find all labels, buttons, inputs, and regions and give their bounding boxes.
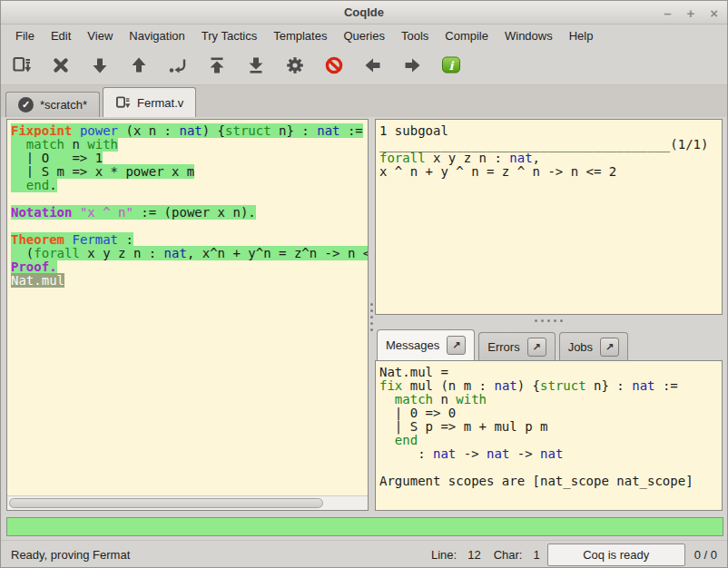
tab-scratch[interactable]: ✓ *scratch* bbox=[5, 92, 100, 117]
forward-icon bbox=[402, 55, 422, 75]
vertical-splitter[interactable] bbox=[369, 117, 375, 516]
go-to-start-icon bbox=[207, 55, 227, 75]
code-line: Theorem Fermat : bbox=[11, 233, 364, 247]
menu-queries[interactable]: Queries bbox=[335, 26, 393, 45]
progress-bar bbox=[6, 517, 723, 536]
scrollbar-thumb[interactable] bbox=[9, 498, 323, 508]
code-line: (forall x y z n : nat, x^n + y^n = z^n -… bbox=[11, 247, 364, 260]
code-line: match n with bbox=[379, 393, 718, 406]
tab-jobs[interactable]: Jobs ↗ bbox=[559, 332, 628, 360]
save-icon bbox=[12, 55, 32, 75]
menu-view[interactable]: View bbox=[79, 26, 121, 45]
messages-view: Nat.mul =fix mul (n m : nat) {struct n} … bbox=[375, 360, 723, 511]
coq-state-indicator: Coq is ready bbox=[547, 544, 685, 566]
code-line: | S m => x * power x m bbox=[11, 165, 364, 179]
editor-horizontal-scrollbar[interactable] bbox=[7, 495, 368, 510]
go-to-start-button[interactable] bbox=[203, 52, 231, 79]
code-line: Notation "x ^ n" := (power x n). bbox=[11, 206, 364, 220]
code-line: forall x y z n : nat, bbox=[379, 152, 718, 165]
goals-view: 1 subgoal_______________________________… bbox=[375, 119, 723, 315]
code-line bbox=[11, 192, 364, 206]
menu-file[interactable]: File bbox=[7, 26, 43, 45]
step-backward-icon bbox=[129, 55, 149, 75]
menu-navigation[interactable]: Navigation bbox=[121, 26, 192, 45]
detach-icon: ↗ bbox=[533, 341, 541, 353]
code-line: Argument scopes are [nat_scope nat_scope… bbox=[379, 475, 718, 488]
code-line: Fixpoint power (x n : nat) {struct n} : … bbox=[11, 124, 364, 138]
script-editor-panel: Fixpoint power (x n : nat) {struct n} : … bbox=[6, 119, 369, 511]
go-to-end-icon bbox=[246, 55, 266, 75]
about-info-icon: i bbox=[441, 55, 461, 75]
line-label: Line: bbox=[431, 548, 457, 562]
step-forward-button[interactable] bbox=[86, 52, 113, 79]
go-to-end-button[interactable] bbox=[242, 52, 270, 79]
save-icon bbox=[115, 95, 131, 111]
message-tabbar: Messages ↗ Errors ↗ Jobs ↗ bbox=[375, 326, 723, 360]
tab-jobs-label: Jobs bbox=[568, 340, 593, 354]
code-line: | 0 => 0 bbox=[379, 406, 718, 420]
horizontal-splitter[interactable] bbox=[375, 315, 723, 326]
preferences-gear-icon bbox=[285, 55, 305, 75]
step-forward-icon bbox=[90, 55, 110, 75]
menu-try-tactics[interactable]: Try Tactics bbox=[193, 26, 265, 45]
code-line: fix mul (n m : nat) {struct n} : nat := bbox=[379, 379, 718, 393]
coqide-window: CoqIde – + × FileEditViewNavigationTry T… bbox=[0, 0, 728, 568]
menu-help[interactable]: Help bbox=[561, 26, 602, 45]
toolbar: i bbox=[1, 46, 727, 84]
code-line: x ^ n + y ^ n = z ^ n -> n <= 2 bbox=[379, 165, 718, 179]
detach-messages-button[interactable]: ↗ bbox=[447, 336, 466, 355]
menu-tools[interactable]: Tools bbox=[393, 26, 437, 45]
minimize-button[interactable]: – bbox=[664, 6, 671, 20]
code-line: | O => 1 bbox=[11, 152, 364, 165]
back-button[interactable] bbox=[359, 52, 387, 79]
detach-icon: ↗ bbox=[452, 339, 460, 351]
menu-templates[interactable]: Templates bbox=[265, 26, 335, 45]
tab-messages-label: Messages bbox=[386, 338, 439, 352]
task-counter: 0 / 0 bbox=[694, 548, 717, 562]
menu-compile[interactable]: Compile bbox=[437, 26, 497, 45]
step-backward-button[interactable] bbox=[125, 52, 152, 79]
tab-messages[interactable]: Messages ↗ bbox=[377, 329, 475, 360]
code-line: : nat -> nat -> nat bbox=[379, 447, 718, 461]
menu-windows[interactable]: Windows bbox=[497, 26, 561, 45]
go-to-cursor-button[interactable] bbox=[164, 52, 192, 79]
code-line: ______________________________________(1… bbox=[379, 138, 718, 152]
stop-icon bbox=[51, 55, 71, 75]
code-line: Nat.mul bbox=[11, 274, 364, 288]
tab-errors[interactable]: Errors ↗ bbox=[478, 332, 555, 360]
go-to-cursor-icon bbox=[168, 55, 188, 75]
check-icon: ✓ bbox=[18, 97, 34, 113]
maximize-button[interactable]: + bbox=[686, 6, 694, 20]
window-controls: – + × bbox=[664, 1, 718, 24]
line-value: 12 bbox=[467, 548, 480, 562]
stop-button[interactable] bbox=[47, 52, 74, 79]
close-button[interactable]: × bbox=[710, 6, 718, 20]
titlebar[interactable]: CoqIde – + × bbox=[1, 1, 727, 24]
detach-jobs-button[interactable]: ↗ bbox=[600, 338, 619, 357]
code-line: end. bbox=[11, 179, 364, 192]
tab-fermat[interactable]: Fermat.v bbox=[103, 87, 196, 117]
save-button[interactable] bbox=[8, 52, 35, 79]
status-message: Ready, proving Fermat bbox=[11, 548, 418, 562]
code-line bbox=[379, 461, 718, 475]
status-right-cluster: Line: 12 Char: 1 Coq is ready 0 / 0 bbox=[418, 544, 717, 566]
detach-errors-button[interactable]: ↗ bbox=[527, 338, 546, 357]
preferences-button[interactable] bbox=[281, 52, 309, 79]
code-line: Proof. bbox=[11, 260, 364, 274]
code-line: Nat.mul = bbox=[379, 366, 718, 379]
menu-edit[interactable]: Edit bbox=[43, 26, 79, 45]
code-line: match n with bbox=[11, 138, 364, 152]
window-title: CoqIde bbox=[344, 5, 384, 19]
about-button[interactable]: i bbox=[438, 52, 465, 79]
back-icon bbox=[363, 55, 383, 75]
script-editor[interactable]: Fixpoint power (x n : nat) {struct n} : … bbox=[7, 120, 368, 495]
char-value: 1 bbox=[533, 548, 539, 562]
document-tabbar: ✓ *scratch* Fermat.v bbox=[1, 84, 727, 117]
code-line bbox=[11, 220, 364, 233]
forward-button[interactable] bbox=[398, 52, 426, 79]
code-line: end bbox=[379, 434, 718, 447]
detach-icon: ↗ bbox=[605, 341, 614, 353]
code-line: | S p => m + mul p m bbox=[379, 420, 718, 434]
interrupt-button[interactable] bbox=[320, 52, 348, 79]
interrupt-icon bbox=[324, 55, 344, 75]
